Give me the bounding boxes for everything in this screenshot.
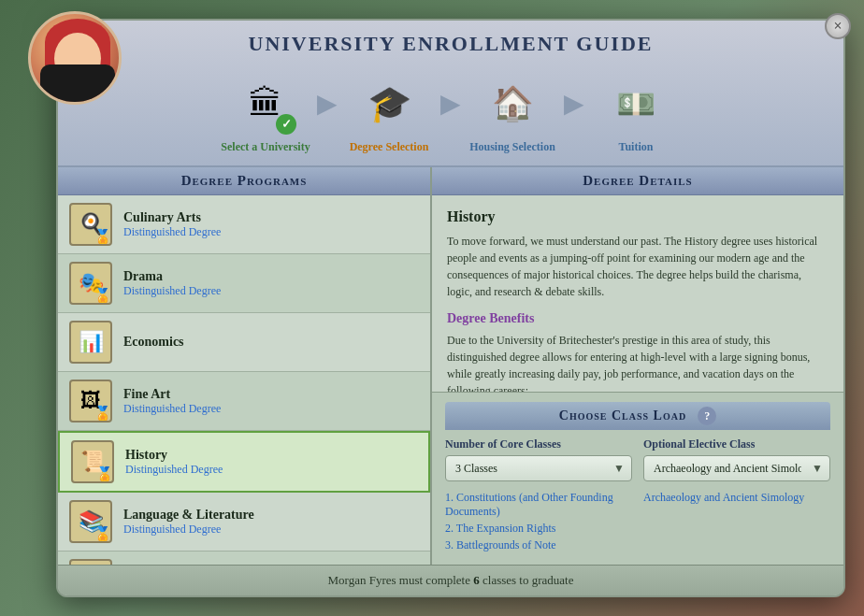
elective-label: Optional Elective Class xyxy=(643,437,830,451)
class-load-section: Choose Class Load ? Number of Core Class… xyxy=(432,393,843,565)
core-classes-select[interactable]: 1 Class 2 Classes 3 Classes xyxy=(445,455,632,481)
modal-footer: Morgan Fyres must complete 6 classes to … xyxy=(58,565,843,595)
degree-item-economics[interactable]: 📊 Economics xyxy=(58,313,430,372)
degree-icon-fine-art: 🖼 xyxy=(69,380,112,423)
degree-item-culinary-arts[interactable]: 🍳 Culinary Arts Distinguished Degree xyxy=(58,195,430,254)
help-button[interactable]: ? xyxy=(698,407,716,425)
degree-icon-history: 📜 xyxy=(71,440,114,483)
degree-sub-drama: Distinguished Degree xyxy=(123,284,419,298)
class-list: 1. Constitutions (and Other Founding Doc… xyxy=(445,491,830,555)
step-tuition-icon: 💵 xyxy=(603,71,669,136)
step-housing-label: Housing Selection xyxy=(469,140,555,154)
benefits-title: Degree Benefits xyxy=(447,311,828,326)
degree-icon-physics: ⚛ xyxy=(69,559,112,565)
degree-name-history: History xyxy=(125,448,417,463)
core-classes-label: Number of Core Classes xyxy=(445,437,632,451)
degree-programs-title: Degree Programs xyxy=(58,167,430,195)
avatar xyxy=(28,11,122,105)
selected-degree-description: To move forward, we must understand our … xyxy=(447,233,828,300)
degree-sub-culinary: Distinguished Degree xyxy=(123,225,419,239)
class-load-header: Choose Class Load ? xyxy=(445,402,830,430)
class-item-3[interactable]: 3. Battlegrounds of Note xyxy=(445,538,632,552)
elective-select[interactable]: Archaeology and Ancient Simology None xyxy=(643,455,830,481)
degree-item-language-literature[interactable]: 📚 Language & Literature Distinguished De… xyxy=(58,493,430,552)
progress-bar: 🏛 ✓ Select a University ▶ 🎓 Degree Selec… xyxy=(77,64,825,165)
step-tuition[interactable]: 💵 Tuition xyxy=(575,71,697,154)
selected-degree-name: History xyxy=(447,208,828,225)
footer-text-after: classes to graduate xyxy=(480,573,574,587)
core-classes-group: Number of Core Classes 1 Class 2 Classes… xyxy=(445,437,632,481)
core-classes-col: 1. Constitutions (and Other Founding Doc… xyxy=(445,491,632,555)
optional-col: Archaeology and Ancient Simology xyxy=(643,491,830,555)
degree-description: History To move forward, we must underst… xyxy=(432,195,843,393)
degree-icon-drama: 🎭 xyxy=(69,262,112,305)
benefits-body: Due to the University of Britechester's … xyxy=(447,332,828,393)
step-university-icon: 🏛 ✓ xyxy=(233,71,298,136)
degree-item-physics[interactable]: ⚛ Physics xyxy=(58,552,430,565)
footer-text-before: Morgan Fyres must complete xyxy=(328,573,474,587)
step-university-label: Select a University xyxy=(221,140,310,154)
degree-name-language: Language & Literature xyxy=(123,508,419,523)
degree-name-economics: Economics xyxy=(123,335,419,350)
class-item-1[interactable]: 1. Constitutions (and Other Founding Doc… xyxy=(445,491,632,519)
degree-programs-panel: Degree Programs 🍳 Culinary Arts Distingu… xyxy=(58,167,432,565)
degree-sub-fine-art: Distinguished Degree xyxy=(123,402,419,416)
modal-body: Degree Programs 🍳 Culinary Arts Distingu… xyxy=(58,167,843,565)
degree-list: 🍳 Culinary Arts Distinguished Degree 🎭 D… xyxy=(58,195,430,565)
step-degree-selection[interactable]: 🎓 Degree Selection xyxy=(328,71,450,154)
class-selects: Number of Core Classes 1 Class 2 Classes… xyxy=(445,437,830,481)
enrollment-modal: × University Enrollment Guide 🏛 ✓ Select… xyxy=(56,19,845,597)
degree-name-culinary: Culinary Arts xyxy=(123,210,419,225)
step-check-icon: ✓ xyxy=(276,114,296,135)
degree-item-history[interactable]: 📜 History Distinguished Degree xyxy=(58,431,430,493)
class-item-2[interactable]: 2. The Expansion Rights xyxy=(445,522,632,536)
optional-class-item[interactable]: Archaeology and Ancient Simology xyxy=(643,491,830,505)
degree-item-drama[interactable]: 🎭 Drama Distinguished Degree xyxy=(58,254,430,313)
degree-icon-culinary: 🍳 xyxy=(69,203,112,246)
degree-sub-language: Distinguished Degree xyxy=(123,523,419,537)
modal-title: University Enrollment Guide xyxy=(77,32,825,56)
step-degree-label: Degree Selection xyxy=(350,140,429,154)
step-housing-icon: 🏠 xyxy=(480,71,545,136)
step-select-university[interactable]: 🏛 ✓ Select a University xyxy=(205,71,326,154)
elective-group: Optional Elective Class Archaeology and … xyxy=(643,437,830,481)
core-select-wrapper: 1 Class 2 Classes 3 Classes ▼ xyxy=(445,455,632,481)
degree-details-title: Degree Details xyxy=(432,167,843,195)
degree-details-panel: Degree Details History To move forward, … xyxy=(432,167,843,565)
degree-icon-economics: 📊 xyxy=(69,321,112,364)
degree-item-fine-art[interactable]: 🖼 Fine Art Distinguished Degree xyxy=(58,372,430,431)
elective-select-wrapper: Archaeology and Ancient Simology None ▼ xyxy=(643,455,830,481)
step-degree-icon: 🎓 xyxy=(356,71,422,136)
step-housing-selection[interactable]: 🏠 Housing Selection xyxy=(452,71,573,154)
degree-icon-language: 📚 xyxy=(69,500,112,543)
class-load-title: Choose Class Load xyxy=(559,408,686,423)
modal-header: University Enrollment Guide 🏛 ✓ Select a… xyxy=(58,21,843,167)
degree-name-fine-art: Fine Art xyxy=(123,387,419,402)
close-button[interactable]: × xyxy=(825,13,851,39)
avatar-body xyxy=(40,64,115,102)
step-tuition-label: Tuition xyxy=(619,140,654,154)
degree-name-drama: Drama xyxy=(123,269,419,284)
degree-sub-history: Distinguished Degree xyxy=(125,463,417,477)
